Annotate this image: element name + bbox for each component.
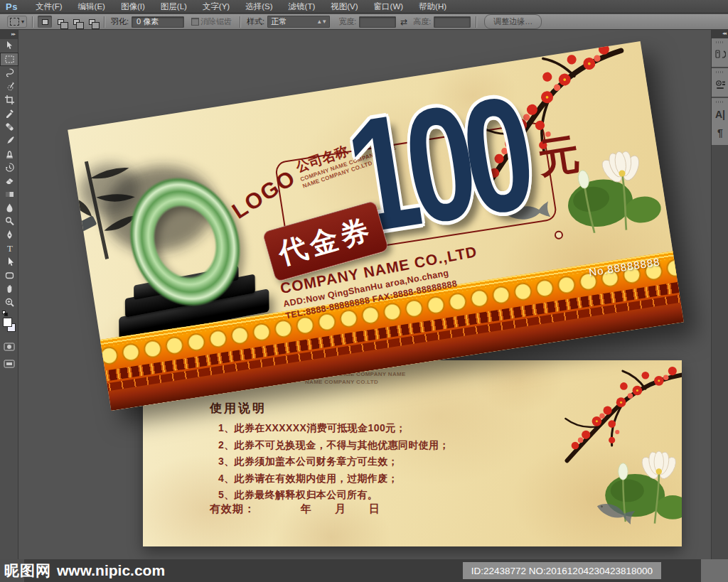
feather-input[interactable]: 0 像素: [132, 16, 184, 28]
marquee-preset-icon: [10, 18, 19, 26]
height-input[interactable]: [434, 16, 471, 28]
history-panel-button[interactable]: [712, 45, 728, 64]
antialias-checkbox[interactable]: [191, 18, 199, 26]
svg-text:T: T: [7, 243, 13, 254]
tool-shape[interactable]: [0, 269, 18, 282]
expand-panels-icon[interactable]: ◂◂: [712, 30, 728, 38]
width-input[interactable]: [359, 16, 396, 28]
menu-file[interactable]: 文件(F): [28, 1, 70, 12]
blur-drop-icon: [4, 203, 15, 213]
tool-eraser[interactable]: [0, 174, 18, 188]
menu-select[interactable]: 选择(S): [237, 1, 280, 12]
usage-title: 使用说明: [210, 400, 267, 416]
adjustments-panel-button[interactable]: [712, 75, 728, 94]
options-bar: ▾ 羽化: 0 像素 消除锯齿 样式: 正常 ▲▼ 宽度: ⇄ 高度: 调整边缘…: [0, 14, 728, 30]
antialias-label: 消除锯齿: [200, 16, 232, 27]
height-label: 高度:: [413, 16, 431, 27]
screen-mode-button[interactable]: [0, 357, 18, 370]
tool-path-selection[interactable]: [0, 255, 18, 269]
refine-edge-button[interactable]: 调整边缘…: [484, 14, 542, 29]
menu-type[interactable]: 文字(Y): [195, 1, 237, 12]
chevron-down-icon: ▾: [21, 18, 24, 25]
new-selection-icon: [42, 19, 48, 25]
tool-gradient[interactable]: [0, 188, 18, 201]
character-panel-button[interactable]: A|: [712, 105, 728, 124]
character-icon: A|: [715, 109, 725, 120]
collapse-tools-icon[interactable]: ▸▸: [0, 30, 18, 39]
add-selection-button[interactable]: [53, 16, 68, 28]
tool-clone-stamp[interactable]: [0, 147, 18, 161]
foreground-color-swatch[interactable]: [3, 318, 12, 327]
menu-bar: Ps 文件(F) 编辑(E) 图像(I) 图层(L) 文字(Y) 选择(S) 滤…: [0, 0, 728, 14]
tool-move[interactable]: [0, 39, 18, 53]
tool-history-brush[interactable]: [0, 161, 18, 174]
menu-view[interactable]: 视图(V): [323, 1, 365, 12]
type-icon: T: [4, 243, 15, 254]
zoom-icon: [4, 297, 15, 308]
new-selection-button[interactable]: [38, 16, 52, 28]
subtract-selection-icon: [73, 19, 80, 25]
tool-eyedropper[interactable]: [0, 107, 18, 120]
eyedropper-icon: [4, 108, 15, 119]
tool-crop[interactable]: [0, 93, 18, 107]
tool-blur[interactable]: [0, 201, 18, 215]
status-bar: 昵图网 www.nipic.com ID:22438772 NO:2016120…: [0, 559, 728, 582]
currency-symbol: 元: [534, 126, 583, 187]
term-item: 1、此券在XXXXXX消费可抵现金100元；: [218, 420, 449, 437]
swap-dimensions-button[interactable]: ⇄: [400, 17, 407, 27]
panel-dock: ◂◂ A| ¶: [711, 30, 728, 559]
style-label: 样式:: [247, 16, 264, 27]
default-colors-icon[interactable]: [2, 311, 9, 316]
menu-filter[interactable]: 滤镜(T): [281, 1, 323, 12]
crop-icon: [4, 95, 15, 105]
subtract-selection-button[interactable]: [69, 16, 83, 28]
tool-brush[interactable]: [0, 134, 18, 147]
path-select-icon: [4, 257, 15, 267]
term-item: 3、此券须加盖本公司财务章方可生效；: [218, 453, 449, 470]
history-icon: [714, 49, 726, 60]
history-brush-icon: [4, 162, 15, 173]
menu-layer[interactable]: 图层(L): [153, 1, 195, 12]
terms-list: 1、此券在XXXXXX消费可抵现金100元； 2、此券不可兑换现金，不得与其他优…: [218, 420, 449, 504]
photoshop-logo: Ps: [0, 1, 28, 12]
tools-panel: ▸▸ T: [0, 30, 18, 559]
image-id-label: ID:22438772 NO:20161204230423818000: [463, 562, 661, 579]
tool-lasso[interactable]: [0, 66, 18, 80]
term-item: 2、此券不可兑换现金，不得与其他优惠同时使用；: [218, 437, 449, 454]
add-selection-icon: [58, 19, 64, 25]
style-select[interactable]: 正常 ▲▼: [267, 16, 330, 28]
menu-image[interactable]: 图像(I): [113, 1, 153, 12]
color-swatches: [0, 315, 18, 336]
tool-zoom[interactable]: [0, 296, 18, 309]
intersect-selection-icon: [89, 19, 95, 25]
tool-spot-healing[interactable]: [0, 120, 18, 134]
eraser-icon: [4, 176, 15, 186]
paragraph-panel-button[interactable]: ¶: [712, 124, 728, 142]
tool-rectangular-marquee[interactable]: [0, 53, 18, 66]
tool-dodge[interactable]: [0, 215, 18, 228]
hand-icon: [4, 284, 15, 294]
tool-preset-button[interactable]: ▾: [7, 16, 27, 28]
tool-type[interactable]: T: [0, 242, 18, 255]
canvas-area[interactable]: COMPANY NAME COMPANY NAME NAME COMPANY C…: [19, 30, 710, 559]
tool-hand[interactable]: [0, 282, 18, 296]
feather-label: 羽化:: [111, 16, 129, 27]
brush-icon: [4, 135, 15, 146]
intersect-selection-button[interactable]: [85, 16, 99, 28]
gradient-icon: [4, 189, 15, 200]
lasso-icon: [4, 68, 15, 78]
rounded-rect-icon: [4, 270, 15, 281]
voucher-front-design: LOGO 公司名称 COMPANY NAME COMPANY NAME NAME…: [68, 41, 684, 411]
tool-pen[interactable]: [0, 228, 18, 242]
quick-mask-button[interactable]: [0, 340, 18, 353]
term-item: 5、此券最终解释权归本公司所有。: [218, 487, 449, 504]
menu-edit[interactable]: 编辑(E): [70, 1, 113, 12]
photoshop-window: Ps 文件(F) 编辑(E) 图像(I) 图层(L) 文字(Y) 选择(S) 滤…: [0, 0, 728, 582]
validity-line: 有效期： 年 月 日: [210, 502, 380, 516]
menu-help[interactable]: 帮助(H): [411, 1, 454, 12]
move-icon: [4, 41, 15, 51]
watermark-site-name: 昵图网: [4, 561, 51, 581]
menu-window[interactable]: 窗口(W): [366, 1, 412, 12]
tool-quick-selection[interactable]: [0, 80, 18, 93]
bandage-icon: [4, 122, 15, 132]
